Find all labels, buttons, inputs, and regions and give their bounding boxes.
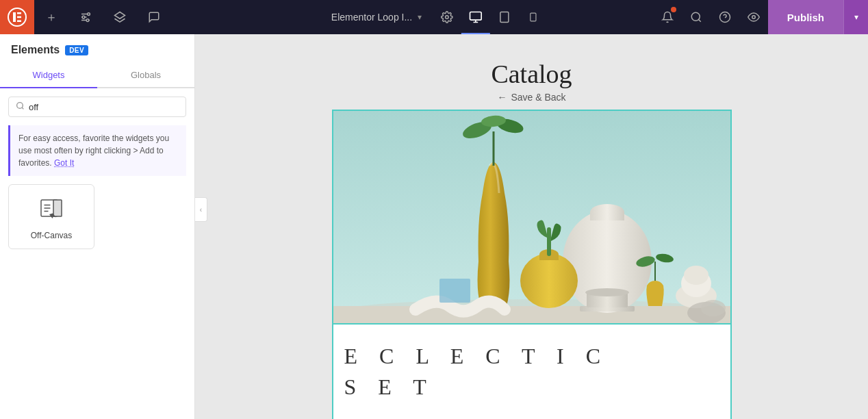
off-canvas-icon: [39, 196, 64, 225]
product-title: E C L E C T I C S E T: [344, 341, 719, 403]
page-nav: ← Save & Back: [497, 92, 565, 110]
tip-text: For easy access, favorite the widgets yo…: [18, 134, 169, 168]
svg-point-24: [752, 16, 756, 19]
tablet-view-button[interactable]: [490, 0, 519, 34]
add-element-button[interactable]: ＋: [34, 0, 68, 34]
svg-rect-13: [470, 12, 482, 21]
svg-point-57: [701, 300, 726, 316]
svg-point-12: [446, 16, 449, 19]
search-button[interactable]: [682, 0, 711, 34]
chevron-down-icon: ▾: [418, 12, 422, 22]
settings-panel-button[interactable]: [68, 0, 103, 34]
layers-button[interactable]: [103, 0, 137, 34]
svg-rect-48: [547, 227, 551, 256]
view-mode-group: [461, 0, 548, 34]
svg-rect-4: [17, 21, 21, 23]
svg-point-45: [520, 253, 578, 308]
dev-badge: DEV: [65, 45, 88, 55]
notifications-button[interactable]: [653, 0, 682, 34]
widget-off-canvas[interactable]: Off-Canvas: [8, 184, 94, 249]
topbar-right: Publish ▾: [653, 0, 868, 34]
product-title-line2: S E T: [344, 372, 719, 403]
mobile-view-button[interactable]: [519, 0, 548, 34]
sidebar-collapse-handle[interactable]: ‹: [195, 197, 207, 222]
svg-point-8: [88, 13, 90, 16]
svg-point-54: [684, 266, 709, 285]
widget-off-canvas-label: Off-Canvas: [31, 231, 72, 240]
search-input[interactable]: [29, 102, 179, 112]
sidebar-tip: For easy access, favorite the widgets yo…: [8, 125, 186, 176]
svg-rect-28: [53, 200, 62, 216]
save-back-link[interactable]: Save & Back: [511, 92, 565, 103]
document-title[interactable]: Elementor Loop I... ▾: [320, 12, 433, 23]
help-button[interactable]: [711, 0, 739, 34]
topbar-center: Elementor Loop I... ▾: [320, 0, 548, 34]
svg-rect-41: [590, 212, 624, 220]
publish-dropdown-button[interactable]: ▾: [843, 0, 868, 34]
product-image: [333, 111, 730, 323]
elementor-logo-button[interactable]: [0, 0, 34, 34]
svg-point-44: [585, 288, 629, 296]
tab-globals[interactable]: Globals: [97, 63, 194, 88]
svg-rect-2: [17, 12, 21, 14]
product-card: E C L E C T I C S E T: [332, 110, 732, 419]
svg-point-20: [691, 12, 700, 21]
search-icon: [16, 101, 25, 112]
product-title-line1: E C L E C T I C: [344, 341, 719, 372]
tip-got-it-link[interactable]: Got It: [54, 158, 74, 168]
svg-rect-3: [17, 16, 21, 18]
notification-dot: [671, 7, 676, 12]
sidebar-search-container: [8, 97, 186, 117]
doc-title-text: Elementor Loop I...: [331, 12, 412, 23]
preview-button[interactable]: [739, 0, 768, 34]
svg-line-21: [698, 19, 700, 21]
svg-point-10: [86, 19, 89, 22]
svg-rect-55: [439, 279, 470, 303]
widget-grid: Off-Canvas: [0, 184, 194, 249]
chat-button[interactable]: [137, 0, 171, 34]
sidebar-header: Elements DEV: [0, 34, 194, 63]
svg-line-26: [22, 107, 23, 109]
svg-marker-11: [115, 12, 125, 19]
topbar: ＋ Elementor Loop I... ▾: [0, 0, 868, 34]
topbar-left: ＋: [0, 0, 171, 34]
canvas-area: Catalog ← Save & Back: [195, 34, 868, 419]
svg-point-25: [17, 103, 23, 109]
product-text-area: E C L E C T I C S E T: [333, 323, 730, 419]
svg-rect-1: [13, 12, 16, 22]
page-title: Catalog: [491, 48, 572, 92]
sidebar-tabs: Widgets Globals: [0, 63, 194, 88]
sidebar-title: Elements: [11, 44, 60, 56]
back-arrow-icon: ←: [497, 92, 507, 103]
product-illustration-svg: [333, 111, 730, 323]
desktop-view-button[interactable]: [461, 0, 490, 34]
publish-button[interactable]: Publish: [768, 0, 843, 34]
tab-widgets[interactable]: Widgets: [0, 63, 97, 88]
svg-point-9: [82, 16, 85, 18]
svg-rect-34: [333, 306, 730, 323]
main-layout: Elements DEV Widgets Globals For easy ac…: [0, 34, 868, 419]
sidebar: Elements DEV Widgets Globals For easy ac…: [0, 34, 195, 419]
doc-settings-button[interactable]: [433, 3, 461, 31]
